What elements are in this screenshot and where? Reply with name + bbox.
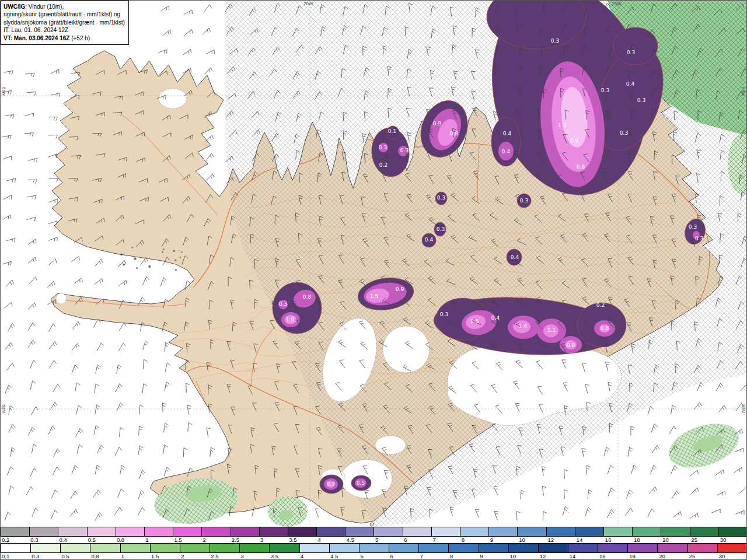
legend-value: 7 [419,553,423,559]
svg-text:0.9: 0.9 [433,121,442,127]
svg-text:1.0: 1.0 [286,317,295,323]
legend-value: 0.8 [90,553,99,559]
legend-value: 20 [661,537,669,543]
parallel-label-left-66n: 66N [1,87,6,96]
legend-value: 1.5 [173,537,181,543]
legend-value: 9 [489,537,493,543]
svg-text:0.3: 0.3 [695,236,703,242]
svg-text:0.3: 0.3 [689,224,697,230]
svg-text:0.4: 0.4 [502,149,511,155]
svg-text:0.8: 0.8 [567,342,575,348]
legend-bar-sleet-snow-scale [1,527,747,537]
legend-value: 18 [628,553,636,559]
meridian-label-20w: 20W [303,1,313,6]
svg-text:0.3: 0.3 [440,312,448,317]
legend-color-cell [345,527,374,536]
legend-value: 5 [374,537,378,543]
svg-text:0.8: 0.8 [303,294,312,300]
product-variable: : Vindur (10m), [25,4,64,10]
legend-color-cell [389,544,419,552]
svg-text:1.5: 1.5 [470,318,479,324]
svg-text:1.1: 1.1 [547,327,556,333]
svg-text:0.3: 0.3 [379,145,387,150]
legend-color-cell [90,544,120,552]
legend-value: 6 [403,537,407,543]
legend-color-cell [202,527,231,536]
legend-color-cell [300,544,330,552]
svg-text:0.3: 0.3 [620,130,628,136]
valid-time: VT: Mán. 03.06.2024 16Z [4,35,69,41]
legend-value: 10 [518,537,525,543]
legend-color-cell [260,527,288,536]
legend-value: 14 [575,537,583,543]
legend: 0.20.30.40.50.811.522.533.544.5567891012… [1,527,747,559]
legend-value: 0.2 [1,537,9,543]
title-line-valid-time: VT: Mán. 03.06.2024 16Z (+52 h) [4,34,125,42]
forecast-lead: (+52 h) [69,35,90,41]
legend-values-rain-scale: 0.10.30.50.811.522.533.544.5567891012141… [1,553,747,559]
parallel-label-right-63n: 63N [741,404,746,413]
title-line-product: UWC/IG: Vindur (10m), [4,3,125,10]
svg-text:1.5: 1.5 [370,293,378,299]
svg-text:0.9: 0.9 [396,286,404,292]
svg-text:1.4: 1.4 [519,323,528,329]
legend-color-cell [460,527,489,536]
legend-value: 0.3 [29,537,38,543]
legend-value: 12 [546,537,554,543]
legend-color-cell [719,527,747,536]
svg-text:0.4: 0.4 [511,254,519,260]
legend-color-cell [180,544,210,552]
svg-text:0.2: 0.2 [379,162,388,168]
meridian-label-15w: 15W [612,1,621,6]
legend-value: 2 [180,553,184,559]
legend-color-cell [288,527,317,536]
legend-color-cell [518,527,546,536]
svg-text:0.4: 0.4 [425,237,434,243]
legend-color-cell [231,527,260,536]
legend-value: 8 [449,553,453,559]
svg-text:0.3: 0.3 [627,50,635,55]
legend-value: 0.4 [58,537,67,543]
svg-text:0.8: 0.8 [450,131,459,136]
legend-color-cell [547,527,575,536]
legend-value: 1 [144,537,148,543]
svg-text:0.8: 0.8 [577,164,585,170]
title-line-rain-legend: rigning/skúrir (grænt/blátt/rautt - mm/1… [4,10,125,18]
legend-value: 4.5 [345,537,354,543]
product-code: UWC/IG [4,4,25,10]
svg-text:0.3: 0.3 [601,88,609,93]
legend-value: 5 [359,553,363,559]
legend-color-cell [1,527,30,536]
legend-color-cell [419,544,449,552]
legend-value: 14 [568,553,576,559]
svg-text:0.3: 0.3 [637,97,645,103]
svg-text:0.2: 0.2 [596,302,605,308]
legend-color-cell [628,544,658,552]
legend-color-cell [718,544,747,552]
legend-color-cell [374,527,403,536]
legend-value: 1 [120,553,124,559]
svg-text:0.3: 0.3 [279,301,287,307]
legend-color-cell [633,527,661,536]
legend-value: 0.5 [60,553,69,559]
legend-value: 25 [688,553,696,559]
weather-map-page: 0.30.30.30.40.30.31.30.90.80.90.80.10.30… [0,0,747,560]
legend-value: 2.5 [210,553,218,559]
legend-value: 10 [508,553,516,559]
legend-color-cell [539,544,568,552]
legend-value: 8 [460,537,465,543]
legend-value: 0.1 [1,553,9,559]
legend-bar-rain-scale [1,543,747,553]
svg-text:0.4: 0.4 [503,131,512,136]
legend-value: 25 [690,537,698,543]
legend-value: 18 [633,537,640,543]
legend-color-cell [598,544,628,552]
legend-value: 30 [719,537,727,543]
legend-color-cell [173,527,202,536]
legend-color-cell [330,544,359,552]
legend-value: 12 [539,553,546,559]
legend-color-cell [688,544,718,552]
legend-color-cell [604,527,633,536]
legend-value: 0.3 [30,553,39,559]
legend-value: 0.8 [116,537,124,543]
